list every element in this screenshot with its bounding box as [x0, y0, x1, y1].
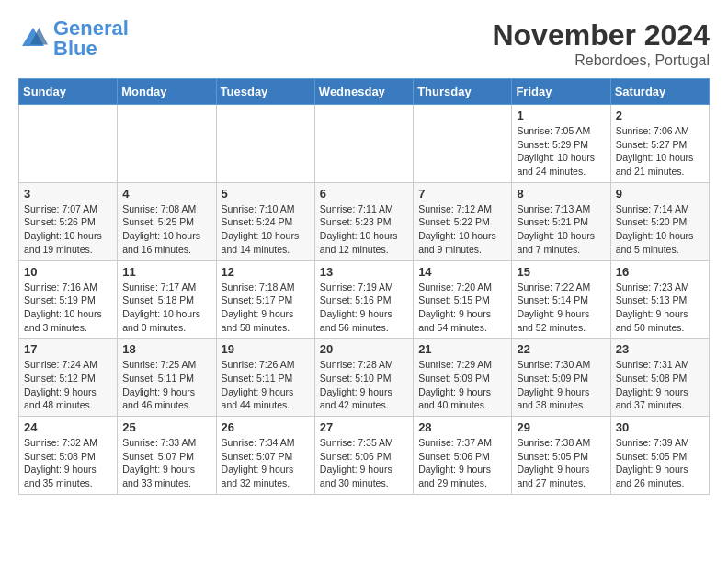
weekday-header: Wednesday [314, 79, 413, 105]
weekday-header: Friday [512, 79, 610, 105]
day-number: 9 [616, 187, 704, 201]
calendar-cell: 14Sunrise: 7:20 AMSunset: 5:15 PMDayligh… [414, 260, 512, 339]
day-info: Sunrise: 7:29 AMSunset: 5:09 PMDaylight:… [418, 358, 506, 412]
calendar-week-row: 3Sunrise: 7:07 AMSunset: 5:26 PMDaylight… [19, 182, 710, 260]
day-number: 1 [517, 109, 605, 122]
day-number: 8 [517, 187, 605, 201]
calendar-cell: 23Sunrise: 7:31 AMSunset: 5:08 PMDayligh… [610, 339, 709, 417]
day-info: Sunrise: 7:25 AMSunset: 5:11 PMDaylight:… [122, 358, 210, 412]
logo: GeneralBlue [18, 18, 129, 59]
day-info: Sunrise: 7:38 AMSunset: 5:05 PMDaylight:… [517, 436, 605, 490]
day-number: 14 [418, 265, 506, 279]
day-number: 23 [616, 342, 704, 356]
weekday-header: Sunday [19, 79, 118, 105]
day-info: Sunrise: 7:06 AMSunset: 5:27 PMDaylight:… [616, 124, 704, 178]
calendar-cell: 16Sunrise: 7:23 AMSunset: 5:13 PMDayligh… [610, 260, 709, 339]
day-info: Sunrise: 7:12 AMSunset: 5:22 PMDaylight:… [418, 202, 506, 257]
calendar-week-row: 10Sunrise: 7:16 AMSunset: 5:19 PMDayligh… [19, 260, 710, 339]
day-info: Sunrise: 7:13 AMSunset: 5:21 PMDaylight:… [517, 202, 605, 257]
weekday-row: SundayMondayTuesdayWednesdayThursdayFrid… [19, 79, 710, 105]
weekday-header: Saturday [610, 79, 709, 105]
logo-icon [18, 24, 48, 53]
calendar-cell: 26Sunrise: 7:34 AMSunset: 5:07 PMDayligh… [216, 417, 314, 495]
calendar-cell: 9Sunrise: 7:14 AMSunset: 5:20 PMDaylight… [610, 182, 709, 260]
calendar-cell: 28Sunrise: 7:37 AMSunset: 5:06 PMDayligh… [414, 417, 512, 495]
day-number: 20 [320, 342, 408, 356]
calendar-table: SundayMondayTuesdayWednesdayThursdayFrid… [18, 78, 710, 495]
day-number: 12 [222, 265, 310, 279]
calendar-cell: 27Sunrise: 7:35 AMSunset: 5:06 PMDayligh… [314, 417, 413, 495]
day-info: Sunrise: 7:32 AMSunset: 5:08 PMDaylight:… [24, 436, 112, 490]
day-info: Sunrise: 7:39 AMSunset: 5:05 PMDaylight:… [616, 436, 704, 490]
calendar-cell: 6Sunrise: 7:11 AMSunset: 5:23 PMDaylight… [314, 182, 413, 260]
calendar-header: SundayMondayTuesdayWednesdayThursdayFrid… [19, 79, 710, 105]
day-info: Sunrise: 7:28 AMSunset: 5:10 PMDaylight:… [320, 358, 408, 412]
day-info: Sunrise: 7:31 AMSunset: 5:08 PMDaylight:… [616, 358, 704, 412]
calendar-cell: 29Sunrise: 7:38 AMSunset: 5:05 PMDayligh… [512, 417, 610, 495]
day-info: Sunrise: 7:18 AMSunset: 5:17 PMDaylight:… [222, 281, 310, 335]
page-header: GeneralBlue November 2024 Rebordoes, Por… [18, 18, 710, 69]
day-info: Sunrise: 7:19 AMSunset: 5:16 PMDaylight:… [320, 281, 408, 335]
calendar-cell: 30Sunrise: 7:39 AMSunset: 5:05 PMDayligh… [610, 417, 709, 495]
calendar-cell: 17Sunrise: 7:24 AMSunset: 5:12 PMDayligh… [19, 339, 118, 417]
day-info: Sunrise: 7:07 AMSunset: 5:26 PMDaylight:… [24, 202, 112, 257]
day-number: 10 [24, 265, 112, 279]
calendar-body: 1Sunrise: 7:05 AMSunset: 5:29 PMDaylight… [19, 105, 710, 495]
calendar-cell [19, 105, 118, 183]
day-info: Sunrise: 7:05 AMSunset: 5:29 PMDaylight:… [517, 124, 605, 178]
day-number: 30 [616, 420, 704, 434]
title-block: November 2024 Rebordoes, Portugal [492, 18, 710, 69]
calendar-cell: 11Sunrise: 7:17 AMSunset: 5:18 PMDayligh… [118, 260, 216, 339]
day-number: 15 [517, 265, 605, 279]
day-info: Sunrise: 7:20 AMSunset: 5:15 PMDaylight:… [418, 281, 506, 335]
calendar-week-row: 24Sunrise: 7:32 AMSunset: 5:08 PMDayligh… [19, 417, 710, 495]
day-number: 16 [616, 265, 704, 279]
calendar-cell: 4Sunrise: 7:08 AMSunset: 5:25 PMDaylight… [118, 182, 216, 260]
day-info: Sunrise: 7:24 AMSunset: 5:12 PMDaylight:… [24, 358, 112, 412]
weekday-header: Tuesday [216, 79, 314, 105]
weekday-header: Monday [118, 79, 216, 105]
day-number: 21 [418, 342, 506, 356]
calendar-cell: 10Sunrise: 7:16 AMSunset: 5:19 PMDayligh… [19, 260, 118, 339]
day-number: 26 [222, 420, 310, 434]
day-number: 4 [122, 187, 210, 201]
day-number: 19 [222, 342, 310, 356]
calendar-cell [118, 105, 216, 183]
calendar-cell: 7Sunrise: 7:12 AMSunset: 5:22 PMDaylight… [414, 182, 512, 260]
calendar-cell [216, 105, 314, 183]
calendar-cell: 12Sunrise: 7:18 AMSunset: 5:17 PMDayligh… [216, 260, 314, 339]
day-number: 28 [418, 420, 506, 434]
day-info: Sunrise: 7:11 AMSunset: 5:23 PMDaylight:… [320, 202, 408, 257]
calendar-cell: 8Sunrise: 7:13 AMSunset: 5:21 PMDaylight… [512, 182, 610, 260]
calendar-week-row: 1Sunrise: 7:05 AMSunset: 5:29 PMDaylight… [19, 105, 710, 183]
day-info: Sunrise: 7:08 AMSunset: 5:25 PMDaylight:… [122, 202, 210, 257]
day-info: Sunrise: 7:37 AMSunset: 5:06 PMDaylight:… [418, 436, 506, 490]
calendar-cell: 20Sunrise: 7:28 AMSunset: 5:10 PMDayligh… [314, 339, 413, 417]
calendar-cell: 15Sunrise: 7:22 AMSunset: 5:14 PMDayligh… [512, 260, 610, 339]
day-number: 17 [24, 342, 112, 356]
day-info: Sunrise: 7:23 AMSunset: 5:13 PMDaylight:… [616, 281, 704, 335]
day-info: Sunrise: 7:17 AMSunset: 5:18 PMDaylight:… [122, 281, 210, 335]
day-info: Sunrise: 7:33 AMSunset: 5:07 PMDaylight:… [122, 436, 210, 490]
day-info: Sunrise: 7:10 AMSunset: 5:24 PMDaylight:… [222, 202, 310, 257]
month-title: November 2024 [492, 18, 710, 52]
calendar-cell: 1Sunrise: 7:05 AMSunset: 5:29 PMDaylight… [512, 105, 610, 183]
calendar-cell: 2Sunrise: 7:06 AMSunset: 5:27 PMDaylight… [610, 105, 709, 183]
day-info: Sunrise: 7:26 AMSunset: 5:11 PMDaylight:… [222, 358, 310, 412]
day-number: 24 [24, 420, 112, 434]
calendar-cell: 19Sunrise: 7:26 AMSunset: 5:11 PMDayligh… [216, 339, 314, 417]
day-info: Sunrise: 7:30 AMSunset: 5:09 PMDaylight:… [517, 358, 605, 412]
day-number: 5 [222, 187, 310, 201]
day-info: Sunrise: 7:14 AMSunset: 5:20 PMDaylight:… [616, 202, 704, 257]
calendar-cell: 22Sunrise: 7:30 AMSunset: 5:09 PMDayligh… [512, 339, 610, 417]
day-info: Sunrise: 7:16 AMSunset: 5:19 PMDaylight:… [24, 281, 112, 335]
calendar-cell: 21Sunrise: 7:29 AMSunset: 5:09 PMDayligh… [414, 339, 512, 417]
day-info: Sunrise: 7:35 AMSunset: 5:06 PMDaylight:… [320, 436, 408, 490]
day-number: 29 [517, 420, 605, 434]
calendar-cell: 18Sunrise: 7:25 AMSunset: 5:11 PMDayligh… [118, 339, 216, 417]
day-number: 2 [616, 109, 704, 122]
day-number: 22 [517, 342, 605, 356]
calendar-cell [414, 105, 512, 183]
day-number: 7 [418, 187, 506, 201]
logo-text: GeneralBlue [53, 18, 129, 59]
